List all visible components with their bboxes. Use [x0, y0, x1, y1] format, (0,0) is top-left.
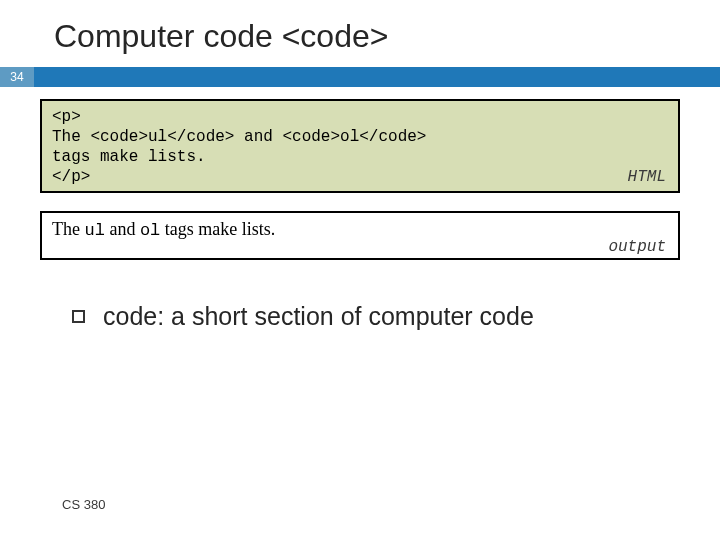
output-label: output: [608, 238, 666, 256]
output-text: The: [52, 219, 84, 239]
list-item: code: a short section of computer code: [72, 302, 720, 331]
output-text: tags make lists.: [160, 219, 275, 239]
code-block: <p> The <code>ul</code> and <code>ol</co…: [40, 99, 680, 193]
output-code: ol: [140, 221, 160, 240]
bullet-list: code: a short section of computer code: [72, 302, 720, 331]
bullet-text: code: a short section of computer code: [103, 302, 534, 331]
slide-number: 34: [0, 67, 34, 87]
code-line: tags make lists.: [52, 147, 668, 167]
footer-course: CS 380: [62, 497, 105, 512]
output-block: The ul and ol tags make lists. output: [40, 211, 680, 260]
output-code: ul: [84, 221, 104, 240]
header-bar: 34: [0, 67, 720, 87]
code-line: The <code>ul</code> and <code>ol</code>: [52, 127, 668, 147]
code-line: </p>: [52, 167, 668, 187]
output-text: and: [105, 219, 140, 239]
bullet-icon: [72, 310, 85, 323]
code-line: <p>: [52, 107, 668, 127]
slide-title: Computer code <code>: [0, 0, 720, 67]
code-language-label: HTML: [628, 167, 666, 187]
